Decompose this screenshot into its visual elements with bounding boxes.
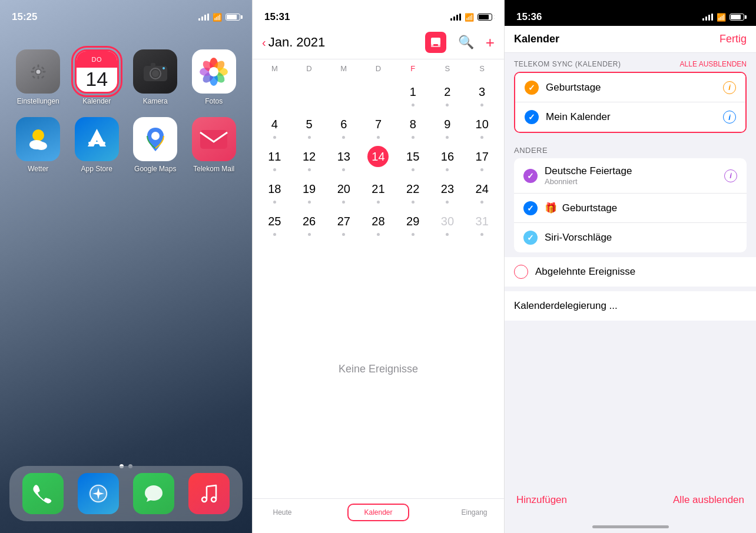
day-num-30: 30 — [437, 211, 458, 232]
cal-day-19[interactable]: 19 — [292, 175, 327, 207]
calendar-header: ‹ Jan. 2021 🔍 + — [253, 26, 504, 59]
gmaps-svg — [141, 125, 170, 154]
prev-month-icon[interactable]: ‹ — [262, 36, 266, 49]
cal-day-28[interactable]: 28 — [361, 207, 396, 239]
app-wetter[interactable]: Wetter — [12, 117, 65, 173]
feiertage-subtitle: Abonniert — [545, 177, 724, 186]
feiertage-info-btn[interactable]: i — [724, 169, 737, 182]
row-deutsche-feiertage[interactable]: ✓ Deutsche Feiertage Abonniert i — [514, 158, 747, 194]
tab-kalender[interactable]: Kalender — [347, 504, 409, 521]
dock-music[interactable] — [188, 473, 230, 514]
cal-day-16[interactable]: 16 — [430, 142, 465, 175]
gmaps-icon[interactable] — [133, 117, 177, 161]
cal-day-24[interactable]: 24 — [465, 175, 499, 207]
day-dot-22 — [412, 201, 415, 204]
cal-day-27[interactable]: 27 — [326, 207, 361, 239]
app-mail[interactable]: Telekom Mail — [188, 117, 241, 173]
add-calendar-btn[interactable]: Hinzufügen — [516, 494, 567, 506]
cal-day-8[interactable]: 8 — [396, 110, 430, 142]
cal-day-5[interactable]: 5 — [292, 110, 327, 142]
weather-svg — [24, 125, 53, 154]
done-button[interactable]: Fertig — [719, 33, 747, 45]
day-num-29: 29 — [402, 211, 423, 232]
day-dot-27 — [342, 233, 345, 236]
app-label-gmaps: Google Maps — [134, 165, 176, 173]
cal-day-14[interactable]: 14 — [361, 142, 396, 175]
cal-day-2[interactable]: 2 — [430, 78, 465, 110]
status-time-3: 15:36 — [516, 11, 542, 23]
month-nav[interactable]: ‹ Jan. 2021 — [262, 35, 325, 50]
cal-day-7[interactable]: 7 — [361, 110, 396, 142]
appstore-icon[interactable] — [75, 117, 119, 161]
row-siri[interactable]: ✓ Siri-Vorschläge — [514, 223, 747, 252]
cal-day-30[interactable]: 30 — [430, 207, 465, 239]
weather-icon[interactable] — [16, 117, 60, 161]
tab-eingang[interactable]: Eingang — [445, 505, 504, 520]
row-declined[interactable]: Abgelehnte Ereignisse — [505, 257, 756, 287]
inbox-svg — [430, 36, 442, 48]
delegation-title: Kalenderdelegierung ... — [514, 300, 747, 312]
meinkalender-title: Mein Kalender — [546, 111, 723, 123]
checkmark-feiertage: ✓ — [527, 171, 534, 181]
app-fotos[interactable]: Fotos — [188, 49, 241, 105]
meinkalender-info-btn[interactable]: i — [723, 111, 736, 124]
cal-day-29[interactable]: 29 — [396, 207, 430, 239]
weekday-S1: S — [430, 62, 465, 75]
dock-messages[interactable] — [133, 473, 174, 514]
camera-svg — [142, 61, 168, 82]
siri-title: Siri-Vorschläge — [545, 232, 737, 244]
cal-day-3[interactable]: 3 — [465, 78, 499, 110]
dock-safari[interactable] — [78, 473, 119, 514]
camera-icon[interactable] — [133, 49, 177, 94]
cal-day-31[interactable]: 31 — [465, 207, 499, 239]
search-btn[interactable]: 🔍 — [458, 35, 474, 50]
cal-day-1[interactable]: 1 — [396, 78, 430, 110]
cal-day-15[interactable]: 15 — [396, 142, 430, 175]
dock-phone[interactable] — [22, 473, 64, 514]
calendar-icon[interactable]: DO 14 — [75, 49, 119, 94]
cal-day-17[interactable]: 17 — [465, 142, 499, 175]
cal-day-25[interactable]: 25 — [257, 207, 292, 239]
app-gmaps[interactable]: Google Maps — [129, 117, 182, 173]
svg-rect-29 — [200, 130, 227, 149]
cal-day-12[interactable]: 12 — [292, 142, 327, 175]
row-delegation[interactable]: Kalenderdelegierung ... — [505, 291, 756, 321]
cal-day-6[interactable]: 6 — [326, 110, 361, 142]
cal-day-10[interactable]: 10 — [465, 110, 499, 142]
add-event-btn[interactable]: + — [486, 34, 495, 52]
app-kamera[interactable]: Kamera — [129, 49, 182, 105]
photos-icon[interactable] — [192, 49, 236, 94]
check-geburtstage: ✓ — [525, 81, 539, 95]
mail-svg — [199, 128, 228, 151]
cal-day-9[interactable]: 9 — [430, 110, 465, 142]
cal-day-22[interactable]: 22 — [396, 175, 430, 207]
geburtstage-info-btn[interactable]: i — [723, 81, 736, 94]
photos-svg — [198, 56, 229, 87]
cal-day-18[interactable]: 18 — [257, 175, 292, 207]
cal-day-13[interactable]: 13 — [326, 142, 361, 175]
cal-day-4[interactable]: 4 — [257, 110, 292, 142]
hide-all-btn[interactable]: ALLE AUSBLENDEN — [680, 60, 747, 68]
mail-icon[interactable] — [192, 117, 236, 161]
cal-day-23[interactable]: 23 — [430, 175, 465, 207]
app-einstellungen[interactable]: Einstellungen — [12, 49, 65, 105]
telekom-row-meinkalender[interactable]: ✓ Mein Kalender i — [515, 102, 745, 132]
check-feiertage: ✓ — [523, 169, 538, 183]
cal-day-20[interactable]: 20 — [326, 175, 361, 207]
cal-day-21[interactable]: 21 — [361, 175, 396, 207]
row-geburtstage-andere[interactable]: ✓ 🎁 Geburtstage — [514, 194, 747, 223]
app-grid: Einstellungen DO 14 Kalender Kamera — [0, 26, 252, 185]
andere-group: ✓ Deutsche Feiertage Abonniert i ✓ 🎁 Geb… — [514, 158, 747, 252]
tab-heute[interactable]: Heute — [253, 505, 312, 520]
cal-day-11[interactable]: 11 — [257, 142, 292, 175]
day-num-4: 4 — [264, 114, 285, 135]
app-appstore[interactable]: App Store — [71, 117, 124, 173]
app-kalender[interactable]: DO 14 Kalender — [71, 49, 124, 105]
cal-day-26[interactable]: 26 — [292, 207, 327, 239]
day-dot-21 — [377, 201, 380, 204]
calendar-inbox-btn[interactable] — [425, 32, 446, 53]
hide-all-bottom-btn[interactable]: Alle ausblenden — [673, 494, 744, 506]
telekom-row-geburtstage[interactable]: ✓ Geburtstage i — [515, 73, 745, 102]
day-num-22: 22 — [402, 178, 423, 199]
geburtstage-a-title: 🎁 Geburtstage — [545, 202, 737, 214]
